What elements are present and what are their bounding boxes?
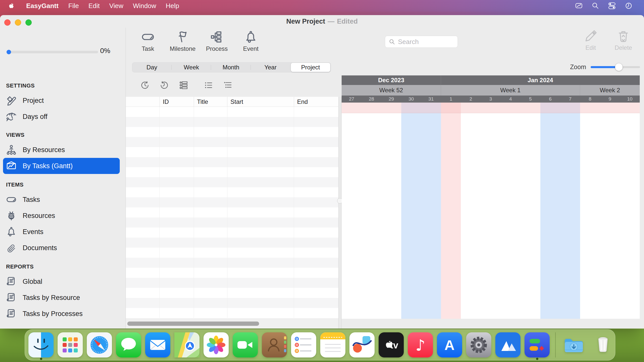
dock-icon-downloads[interactable] <box>561 332 586 357</box>
pane-divider[interactable] <box>338 97 342 329</box>
dock-icon-trash[interactable] <box>590 332 616 357</box>
apple-menu-icon[interactable] <box>7 2 15 10</box>
table-cell <box>126 117 160 127</box>
dock-icon-launchpad[interactable] <box>58 332 83 357</box>
horizontal-scrollbar-thumb[interactable] <box>127 322 259 326</box>
dock-icon-safari[interactable] <box>87 332 112 357</box>
clock-icon[interactable] <box>620 0 637 12</box>
sidebar-item-global[interactable]: Global <box>3 274 120 290</box>
gantt-day-label: 3 <box>481 96 501 103</box>
svg-text:♪: ♪ <box>415 336 425 354</box>
table-row[interactable] <box>126 238 338 248</box>
table-cell <box>160 308 194 318</box>
dock-icon-contacts[interactable] <box>262 332 287 357</box>
menu-item-file[interactable]: File <box>64 0 84 12</box>
bullet-list-icon[interactable] <box>203 80 214 90</box>
sidebar-item-tasks-by-processes[interactable]: Tasks by Processes <box>3 306 120 322</box>
table-row[interactable] <box>126 228 338 238</box>
table-row[interactable] <box>126 167 338 177</box>
menu-app-name[interactable]: EasyGantt <box>21 0 64 12</box>
segment-week[interactable]: Week <box>172 62 211 72</box>
clock-forward-icon[interactable] <box>140 80 150 90</box>
create-event-button[interactable]: Event <box>235 30 266 55</box>
dock-icon-freeform[interactable] <box>349 332 375 357</box>
table-cell <box>194 157 227 167</box>
edit-button[interactable]: Edit <box>576 29 606 55</box>
dock-icon-appstore[interactable]: A <box>437 332 462 357</box>
sidebar-item-documents[interactable]: Documents <box>3 240 120 256</box>
menu-status-icons <box>571 0 644 12</box>
dock: tv♪A <box>25 329 615 360</box>
table-row[interactable] <box>126 248 338 258</box>
sidebar-item-resources[interactable]: Resources <box>3 208 120 224</box>
table-row[interactable] <box>126 157 338 167</box>
table-row[interactable] <box>126 107 338 117</box>
table-row[interactable] <box>126 177 338 187</box>
clock-backward-icon[interactable] <box>159 80 170 90</box>
sidebar-item-by-resources[interactable]: By Resources <box>3 142 120 158</box>
sidebar-item-by-tasks-gantt-[interactable]: By Tasks (Gantt) <box>3 158 120 174</box>
outline-list-icon[interactable] <box>223 80 233 90</box>
dock-icon-mountains[interactable] <box>495 332 520 357</box>
segment-month[interactable]: Month <box>211 62 251 72</box>
dock-icon-facetime[interactable] <box>233 332 258 357</box>
menu-item-help[interactable]: Help <box>161 0 184 12</box>
create-milestone-button[interactable]: Milestone <box>167 30 198 55</box>
dock-icon-easygantt[interactable] <box>525 332 550 357</box>
dock-icon-reminders[interactable] <box>291 332 316 357</box>
segment-day[interactable]: Day <box>132 62 172 72</box>
table-row[interactable] <box>126 137 338 147</box>
gantt-day-label: 10 <box>620 96 640 103</box>
dock-icon-music[interactable]: ♪ <box>408 332 433 357</box>
sidebar-item-project[interactable]: Project <box>3 93 120 109</box>
delete-button[interactable]: Delete <box>608 29 638 55</box>
dock-icon-appletv[interactable]: tv <box>379 332 404 357</box>
table-column-header-empty <box>126 97 160 107</box>
dock-icon-mail[interactable] <box>145 332 170 357</box>
dock-icon-notes[interactable] <box>320 332 345 357</box>
zoom-slider[interactable] <box>591 66 640 68</box>
detail-list-icon[interactable] <box>179 80 189 90</box>
gantt-day-label: 4 <box>501 96 520 103</box>
table-row[interactable] <box>126 298 338 308</box>
sidebar-item-days-off[interactable]: Days off <box>3 109 120 125</box>
table-row[interactable] <box>126 217 338 228</box>
create-process-button[interactable]: Process <box>201 30 232 55</box>
dock-icon-maps[interactable] <box>174 332 199 357</box>
table-row[interactable] <box>126 147 338 157</box>
table-cell <box>294 197 338 207</box>
search-icon[interactable] <box>587 0 604 12</box>
dock-icon-messages[interactable] <box>116 332 141 357</box>
dock-icon-photos[interactable] <box>204 332 229 357</box>
table-row[interactable] <box>126 197 338 207</box>
menu-item-window[interactable]: Window <box>128 0 161 12</box>
table-row[interactable] <box>126 117 338 127</box>
table-row[interactable] <box>126 258 338 268</box>
menu-item-view[interactable]: View <box>104 0 128 12</box>
gantt-top-band <box>342 103 640 113</box>
table-row[interactable] <box>126 308 338 318</box>
table-cell <box>160 278 194 288</box>
table-row[interactable] <box>126 207 338 217</box>
create-task-button[interactable]: Task <box>132 30 164 55</box>
dock-icon-finder[interactable] <box>28 332 54 357</box>
dock-icon-settings[interactable] <box>466 332 491 357</box>
menu-item-edit[interactable]: Edit <box>84 0 105 12</box>
table-row[interactable] <box>126 278 338 288</box>
table-cell <box>227 207 294 217</box>
table-row[interactable] <box>126 187 338 197</box>
sidebar-item-tasks-by-resource[interactable]: Tasks by Resource <box>3 290 120 306</box>
control-center-icon[interactable] <box>604 0 620 12</box>
table-cell <box>194 298 227 308</box>
sidebar-item-events[interactable]: Events <box>3 224 120 240</box>
search-input[interactable] <box>397 38 449 46</box>
segment-year[interactable]: Year <box>251 62 290 72</box>
zoom-slider-thumb[interactable] <box>615 63 623 71</box>
segment-project[interactable]: Project <box>291 63 330 72</box>
sidebar-item-label: Tasks <box>23 196 40 204</box>
table-row[interactable] <box>126 127 338 137</box>
table-row[interactable] <box>126 268 338 278</box>
table-row[interactable] <box>126 288 338 298</box>
sidebar-item-tasks[interactable]: Tasks <box>3 192 120 208</box>
screen-mirroring-icon[interactable] <box>571 0 587 12</box>
